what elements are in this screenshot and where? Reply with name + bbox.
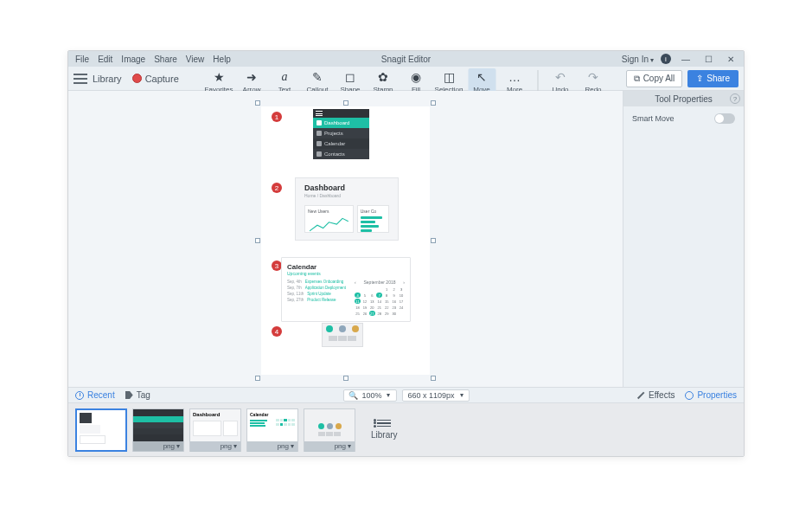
step-badge-4: 4 [272, 326, 282, 337]
thumbnail-tray: png▾ Dashboard png▾ Calendar [68, 402, 744, 456]
menu-file[interactable]: File [75, 55, 89, 64]
properties-tab[interactable]: Properties [685, 390, 737, 400]
record-icon [132, 74, 142, 83]
tool-fill[interactable]: ◉Fill [402, 70, 430, 93]
close-button[interactable]: ✕ [723, 53, 738, 65]
tag-icon [125, 391, 133, 399]
copy-icon: ⧉ [634, 74, 640, 84]
copy-all-button[interactable]: ⧉Copy All [626, 70, 683, 87]
thumbnail-5[interactable]: png▾ [304, 408, 355, 452]
tool-shape[interactable]: ◻Shape [336, 70, 364, 93]
status-bar: Recent Tag 🔍100%▾ 660 x 1109px▾ Effects … [68, 387, 744, 402]
step-badge-2: 2 [272, 183, 282, 193]
maximize-button[interactable]: ☐ [700, 53, 716, 65]
canvas-area[interactable]: 1 Dashboard Projects Calendar Contacts 2… [68, 91, 623, 387]
menu-image[interactable]: Image [121, 55, 145, 64]
share-button[interactable]: ⇪Share [687, 70, 738, 87]
thumbnail-3[interactable]: Dashboard png▾ [189, 408, 241, 452]
titlebar: File Edit Image Share View Help Snagit E… [68, 51, 744, 67]
tray-library-button[interactable]: Library [371, 420, 398, 440]
search-icon: 🔍 [348, 391, 358, 400]
tool-arrow[interactable]: ➜Arrow [238, 70, 265, 93]
thumbnail-4[interactable]: Calendar png▾ [246, 408, 298, 452]
canvas-image[interactable]: 1 Dashboard Projects Calendar Contacts 2… [261, 106, 430, 375]
toolbar-separator [537, 70, 538, 93]
minimize-button[interactable]: — [678, 53, 694, 65]
signin-link[interactable]: Sign In▾ [622, 55, 654, 64]
menu-edit[interactable]: Edit [98, 55, 112, 64]
step3-calendar: Calendar Upcoming events Sep, 4thExpense… [281, 257, 411, 322]
clock-icon [75, 391, 84, 400]
recent-tab[interactable]: Recent [75, 390, 115, 400]
gear-icon [685, 391, 694, 400]
capture-button[interactable]: Capture [145, 74, 179, 84]
tool-move[interactable]: ↖Move [468, 68, 496, 93]
menu-view[interactable]: View [186, 55, 205, 64]
tool-more[interactable]: …More [501, 70, 528, 93]
tool-selection[interactable]: ◫Selection [435, 70, 463, 93]
library-link[interactable]: Library [93, 74, 122, 84]
hamburger-icon[interactable] [74, 74, 87, 84]
step4-toolbar [322, 323, 363, 347]
tool-favorites[interactable]: ★Favorites [205, 70, 233, 93]
wand-icon [636, 391, 645, 400]
step1-sidebar: Dashboard Projects Calendar Contacts [313, 109, 369, 159]
dimensions-control[interactable]: 660 x 1109px▾ [401, 389, 469, 402]
help-icon[interactable]: ? [730, 93, 740, 104]
effects-tab[interactable]: Effects [636, 390, 675, 400]
smartmove-toggle[interactable] [714, 113, 735, 124]
tag-tab[interactable]: Tag [125, 390, 150, 400]
tool-palette: ★Favorites ➜Arrow aText ✎Callout ◻Shape … [205, 68, 607, 93]
smartmove-label: Smart Move [632, 114, 675, 123]
undo-button[interactable]: ↶Undo [547, 70, 574, 93]
share-icon: ⇪ [696, 74, 703, 83]
menu-share[interactable]: Share [154, 55, 177, 64]
thumbnail-1[interactable] [75, 408, 127, 452]
step-badge-1: 1 [272, 112, 282, 122]
tool-callout[interactable]: ✎Callout [304, 70, 331, 93]
menu-help[interactable]: Help [213, 55, 231, 64]
top-toolbar: Library Capture ★Favorites ➜Arrow aText … [68, 67, 744, 91]
tool-stamp[interactable]: ✿Stamp [369, 70, 397, 93]
thumbnail-2[interactable]: png▾ [132, 408, 184, 452]
info-icon[interactable]: i [661, 54, 671, 64]
step2-dashboard: Dashboard Home / Dashboard New Users Use… [295, 177, 399, 241]
menu-bar: File Edit Image Share View Help [68, 55, 231, 64]
properties-header: Tool Properties ? [623, 91, 744, 106]
zoom-control[interactable]: 🔍100%▾ [342, 389, 396, 402]
redo-button[interactable]: ↷Redo [579, 70, 607, 93]
properties-panel: Tool Properties ? Smart Move [623, 91, 744, 387]
tool-text[interactable]: aText [271, 70, 298, 93]
